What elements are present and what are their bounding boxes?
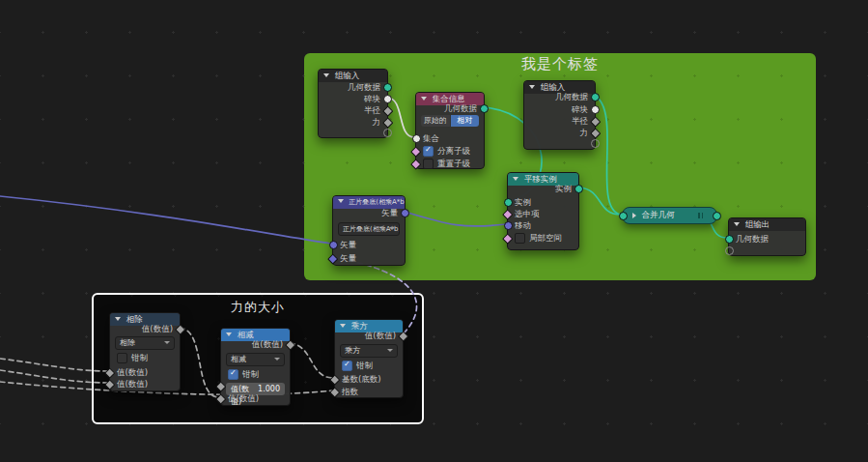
output-instances-label: 实例 bbox=[555, 184, 572, 193]
collection-input-socket[interactable] bbox=[412, 134, 421, 143]
node-math-divide[interactable]: 相除 值(数值) 相除 钳制 值(数值) 值(数值) bbox=[109, 312, 181, 391]
operation-dropdown[interactable]: 正片叠底(相乘A*b) bbox=[338, 222, 400, 236]
reset-children-label: 重置子级 bbox=[437, 158, 470, 169]
collapse-chevron-icon[interactable] bbox=[421, 97, 427, 101]
output-force-label: 力 bbox=[580, 128, 589, 137]
link bbox=[0, 196, 331, 244]
geometry-input-socket[interactable] bbox=[725, 235, 734, 244]
geometry-output-socket[interactable] bbox=[480, 104, 489, 113]
check-icon: ✓ bbox=[425, 144, 432, 156]
output-geometry-label: 几何数据 bbox=[444, 103, 477, 113]
output-radius-label: 半径 bbox=[364, 105, 380, 115]
operation-value: 相减 bbox=[231, 355, 246, 363]
operation-dropdown[interactable]: 相减 bbox=[226, 353, 285, 366]
input-base-label: 基数(底数) bbox=[342, 374, 381, 384]
operation-value: 相除 bbox=[120, 338, 135, 347]
collapse-chevron-icon[interactable] bbox=[226, 332, 232, 336]
separate-children-checkbox[interactable]: ✓ bbox=[423, 146, 434, 157]
output-chunks-label: 碎块 bbox=[572, 104, 588, 114]
input-exponent-label: 指数 bbox=[342, 387, 358, 396]
operation-dropdown[interactable]: 乘方 bbox=[340, 344, 398, 358]
node-title: 组输入 bbox=[335, 71, 360, 80]
node-editor-canvas[interactable]: 我是个标签 力的大小 组输入 几何数据 碎块 半径 力 集合信息 bbox=[0, 0, 868, 462]
geometry-output-socket[interactable] bbox=[591, 93, 600, 101]
chevron-down-icon bbox=[164, 341, 170, 344]
geometry-output-socket[interactable] bbox=[713, 212, 721, 220]
vector-input-1-socket[interactable] bbox=[329, 241, 338, 249]
vector-output-socket[interactable] bbox=[401, 209, 409, 217]
check-icon: ✓ bbox=[344, 359, 350, 370]
collapse-chevron-icon[interactable] bbox=[323, 73, 329, 77]
output-geometry-label: 几何数据 bbox=[555, 92, 588, 101]
output-geometry-label: 几何数据 bbox=[348, 82, 380, 92]
collapse-chevron-icon[interactable] bbox=[340, 324, 346, 328]
clamp-checkbox[interactable]: ✓ bbox=[342, 361, 352, 371]
separate-children-label: 分离子级 bbox=[437, 145, 470, 157]
input-value-2-label: 值(数值) bbox=[117, 379, 148, 389]
collapse-chevron-icon[interactable] bbox=[513, 177, 518, 181]
translation-input-socket[interactable] bbox=[504, 221, 513, 230]
node-title: 正片叠底(相乘A*b) bbox=[349, 198, 405, 206]
output-chunks-label: 碎块 bbox=[364, 94, 380, 103]
check-icon: ✓ bbox=[230, 367, 237, 379]
instances-output-socket[interactable] bbox=[574, 185, 583, 193]
output-value-label: 值(数值) bbox=[142, 324, 173, 333]
input-value-1-label: 值(数值) bbox=[117, 367, 148, 377]
chunks-output-socket[interactable] bbox=[383, 95, 392, 103]
collapse-chevron-icon[interactable] bbox=[529, 85, 535, 89]
node-header[interactable]: 组输出 bbox=[729, 218, 805, 231]
clamp-checkbox[interactable] bbox=[117, 353, 127, 363]
virtual-output-socket[interactable] bbox=[383, 129, 392, 137]
collapse-chevron-icon[interactable] bbox=[734, 222, 740, 226]
clamp-label: 钳制 bbox=[131, 352, 148, 363]
chevron-down-icon bbox=[387, 349, 393, 352]
chevron-down-icon bbox=[274, 358, 280, 361]
input-translation-label: 移动 bbox=[515, 220, 531, 230]
virtual-input-socket[interactable] bbox=[725, 246, 734, 255]
input-vector-1-label: 矢量 bbox=[340, 240, 356, 249]
node-math-power[interactable]: 乘方 值(数值) 乘方 ✓钳制 基数(底数) 指数 bbox=[334, 319, 404, 398]
node-group-output[interactable]: 组输出 几何数据 bbox=[728, 217, 806, 256]
local-space-label: 局部空间 bbox=[529, 232, 562, 244]
output-vector-label: 矢量 bbox=[381, 208, 398, 217]
chunks-output-socket[interactable] bbox=[591, 105, 600, 114]
node-collection-info[interactable]: 集合信息 几何数据 原始的 相对 集合 ✓分离子级 重置子级 bbox=[415, 92, 485, 169]
virtual-output-socket[interactable] bbox=[591, 139, 600, 148]
clamp-label: 钳制 bbox=[356, 360, 373, 371]
output-value-label: 值(数值) bbox=[252, 339, 283, 349]
operation-value: 乘方 bbox=[345, 346, 360, 355]
clamp-checkbox[interactable]: ✓ bbox=[228, 369, 238, 380]
input-geometry-label: 几何数据 bbox=[736, 234, 769, 244]
operation-dropdown[interactable]: 相除 bbox=[115, 336, 175, 350]
node-group-input-1[interactable]: 组输入 几何数据 碎块 半径 力 bbox=[318, 69, 388, 138]
output-radius-label: 半径 bbox=[572, 116, 588, 126]
reset-children-checkbox[interactable] bbox=[423, 159, 434, 169]
node-title: 合并几何 bbox=[642, 210, 675, 219]
input-vector-2-label: 矢量 bbox=[340, 253, 356, 263]
input-value-2-label: 值(数值) bbox=[228, 393, 259, 403]
transform-space-toggle: 原始的 相对 bbox=[421, 115, 479, 127]
chevron-down-icon bbox=[389, 227, 395, 230]
input-collection-label: 集合 bbox=[423, 133, 439, 143]
node-vector-math-multiply[interactable]: 正片叠底(相乘A*b) 矢量 正片叠底(相乘A*b) 矢量 矢量 bbox=[332, 195, 406, 266]
hidden-sockets-icon bbox=[698, 213, 703, 218]
collapse-chevron-icon[interactable] bbox=[338, 199, 344, 203]
output-value-label: 值(数值) bbox=[365, 331, 396, 340]
node-join-geometry[interactable]: 合并几何 bbox=[622, 207, 717, 224]
clamp-label: 钳制 bbox=[242, 368, 259, 380]
input-selection-label: 选中项 bbox=[515, 209, 540, 218]
relative-button[interactable]: 相对 bbox=[451, 115, 480, 127]
expand-chevron-icon[interactable] bbox=[632, 213, 636, 218]
node-translate-instances[interactable]: 平移实例 实例 实例 选中项 移动 局部空间 bbox=[507, 172, 579, 250]
collapse-chevron-icon[interactable] bbox=[115, 317, 121, 321]
geometry-input-socket[interactable] bbox=[619, 212, 628, 220]
geometry-output-socket[interactable] bbox=[383, 83, 392, 92]
original-button[interactable]: 原始的 bbox=[421, 115, 450, 127]
instances-input-socket[interactable] bbox=[504, 198, 513, 207]
node-group-input-2[interactable]: 组输入 几何数据 碎块 半径 力 bbox=[523, 80, 596, 150]
node-math-subtract[interactable]: 相减 值(数值) 相减 ✓钳制 值(数值) 1.000 值(数值) bbox=[220, 328, 291, 406]
node-title: 组输出 bbox=[745, 219, 770, 229]
output-force-label: 力 bbox=[373, 117, 381, 127]
input-instances-label: 实例 bbox=[515, 197, 531, 207]
local-space-checkbox[interactable] bbox=[515, 233, 525, 244]
